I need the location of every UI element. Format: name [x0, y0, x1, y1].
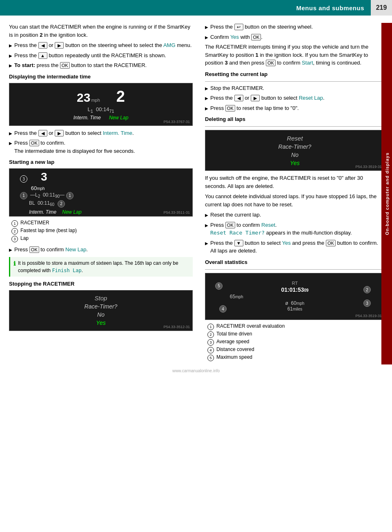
nl-row-speed: 60mph	[20, 185, 182, 191]
stats-legend-circle-2: 2	[207, 331, 214, 338]
bullet-arrow-5: ▶	[9, 140, 12, 155]
info-box-sixteen: ℹ It is possible to store a maximum of s…	[9, 257, 193, 277]
stats-circle-4: 4	[219, 305, 227, 313]
bullet-content-r3: Stop the RACETIMER.	[210, 84, 385, 92]
bullet-content-5: Press OK to confirm. The intermediate ti…	[14, 139, 193, 155]
screen-lap-time-row: L1 00:1471	[87, 106, 114, 114]
stats-rt-label: RT	[292, 281, 298, 286]
nl-interm-label: Interm. Time	[29, 209, 56, 215]
nl-labels-row: Interm. Time New Lap	[29, 209, 82, 215]
info-text: It is possible to store a maximum of six…	[18, 259, 189, 274]
newlap-link: New Lap	[65, 246, 86, 253]
bullet-steering-wheel-btn: ▶ Press the ↩ button on the steering whe…	[205, 23, 385, 31]
bullet-arrow-r5: ▶	[205, 105, 208, 112]
screen-newlap-content: 3 3 60mph 1 —L2 00:1190— 1 BL 00:1160 2	[13, 173, 188, 212]
delete-text-2: You cannot delete individual stored laps…	[205, 192, 385, 208]
bullet-content-r8: Press the ▼ button to select Yes and pre…	[210, 239, 385, 255]
footer-url: www.carmanualonline.info	[172, 369, 220, 373]
ok-btn-yes: OK	[251, 34, 261, 40]
screenshot-code-newlap: P54.33-3511-31	[163, 210, 190, 215]
screen-lap-big-num: 2	[116, 88, 125, 105]
stats-avg-speed-row: ø 60mph 3	[214, 300, 376, 306]
stats-legend-3: 3 Average speed	[207, 339, 385, 346]
header-teal-band: Menus and submenus	[0, 0, 371, 16]
bullet-arrow-r2: ▶	[205, 34, 208, 41]
stats-circle-2: 2	[363, 286, 371, 293]
nl-speed-val: 60mph	[31, 185, 45, 191]
divider-stats	[205, 269, 385, 270]
bullet-select-interm: ▶ Press the ◀ or ▶ button to select Inte…	[9, 129, 193, 137]
stats-time-row: 01:01:5309 2	[214, 286, 376, 293]
stats-legend-5: 5 Maximum speed	[207, 354, 385, 361]
stats-speed-avg: 65mph	[230, 294, 243, 300]
bullet-confirm-newlap: ▶ Press OK to confirm New Lap.	[9, 246, 193, 254]
screen-speed-row: 23 mph 2	[77, 88, 125, 105]
stats-legend-text-2: Total time driven	[216, 331, 252, 337]
stats-legend-circle-4: 4	[207, 347, 214, 353]
bullet-content-4: Press the ◀ or ▶ button to select Interm…	[14, 129, 193, 137]
bullet-content-3: To start: press the OK button to start t…	[14, 61, 193, 69]
legend-item-2: 2 Fastest lap time (best lap)	[11, 228, 193, 235]
stop-line-3: No	[97, 311, 105, 318]
stats-dist-row: 4 61miles	[214, 306, 376, 312]
section-newlap-title: Starting a new lap	[9, 159, 193, 165]
nl-speed-row: 3 3	[20, 170, 47, 183]
stats-legend-1: 1 RACETIMER overall evaluation	[207, 323, 385, 330]
screen-speed-num: 23	[77, 91, 90, 105]
stats-legend-text-3: Average speed	[216, 339, 249, 344]
bullet-arrow-r7: ▶	[205, 222, 208, 237]
screen-interm-content: 23 mph 2 L1 00:1471 Interm. Time New Lap	[13, 87, 188, 121]
screenshot-stats: 5 RT 01:01:5309 2 65mph ø 60mph 3 4 61mi…	[205, 273, 385, 320]
bullet-stop-racetimer: ▶ Stop the RACETIMER.	[205, 84, 385, 92]
bullet-content-r6: Reset the current lap.	[210, 211, 385, 219]
ok-btn-start: OK	[60, 62, 70, 69]
screen-interm-label: Interm. Time	[74, 115, 101, 121]
screenshot-interm-time: 23 mph 2 L1 00:1471 Interm. Time New Lap…	[9, 83, 193, 126]
bullet-ok-reset: ▶ Press OK to confirm Reset. Reset Race …	[205, 221, 385, 237]
stop-line-2: Race-Timer?	[85, 303, 118, 310]
screenshot-code-reset: P54.33-3519-31	[355, 165, 382, 169]
bullet-arrow-r3: ▶	[205, 85, 208, 92]
bullet-start-racetimer: ▶ To start: press the OK button to start…	[9, 61, 193, 69]
bullet-content-r1: Press the ↩ button on the steering wheel…	[210, 23, 385, 31]
divider-reset	[205, 81, 385, 82]
bullet-select-resetlap: ▶ Press the ◀ or ▶ button to select Rese…	[205, 94, 385, 102]
ok-btn-del: OK	[225, 222, 235, 228]
to-start-label: To start:	[14, 62, 35, 68]
legend-text-2: Fastest lap time (best lap)	[20, 228, 77, 233]
stats-legend: 1 RACETIMER overall evaluation 2 Total t…	[207, 323, 385, 361]
newlap-legend: 1 RACETIMER 2 Fastest lap time (best lap…	[11, 220, 193, 242]
bullet-content-r2: Confirm Yes with OK.	[210, 33, 385, 41]
left-column: You can start the RACETIMER when the eng…	[0, 23, 200, 364]
reset-line-1: Reset	[287, 135, 303, 142]
stats-avg-label: ø 60mph	[285, 300, 305, 306]
screen-newlap-label: New Lap	[109, 115, 128, 121]
yes-label: Yes	[230, 34, 239, 40]
bullet-up-racetimer: ▶ Press the ▲ button repeatedly until th…	[9, 51, 193, 60]
nl-circle-2: 2	[58, 200, 65, 208]
sidebar-label: On-board computer and displays	[381, 23, 392, 364]
screen-bottom: Interm. Time New Lap	[74, 115, 129, 121]
screenshot-code-interm: P54.33-3767-31	[163, 120, 190, 124]
screenshot-reset: Reset Race-Timer? No Yes P54.33-3519-31	[205, 130, 385, 171]
stats-legend-text-4: Distance covered	[216, 346, 254, 352]
bullet-content-2: Press the ▲ button repeatedly until the …	[14, 51, 193, 60]
reset-line-3: No	[291, 152, 298, 158]
bullet-arrow-4: ▶	[9, 130, 12, 137]
interm-time-link: Interm. Time	[103, 130, 132, 136]
reset-race-timer-text: Reset Race Timer?	[210, 230, 265, 236]
bullet-steering-amg: ▶ Press the ◀ or ▶ button on the steerin…	[9, 41, 193, 49]
stats-legend-circle-1: 1	[207, 324, 214, 330]
right-btn-reset: ▶	[251, 95, 260, 101]
page-body: You can start the RACETIMER when the eng…	[0, 16, 392, 364]
page-title: Menus and submenus	[296, 4, 364, 11]
bullet-arrow-r4: ▶	[205, 95, 208, 102]
section-delete-title: Deleting all laps	[205, 116, 385, 122]
stats-rt-row: 5 RT	[214, 281, 376, 286]
bullet-arrow-1: ▶	[9, 42, 12, 49]
stats-speed-avg-row: 65mph	[230, 294, 360, 300]
bullet-arrow-6: ▶	[9, 247, 12, 254]
legend-circle-3: 3	[11, 236, 18, 242]
bullet-arrow-r6: ▶	[205, 212, 208, 219]
bullet-arrow-3: ▶	[9, 63, 12, 69]
